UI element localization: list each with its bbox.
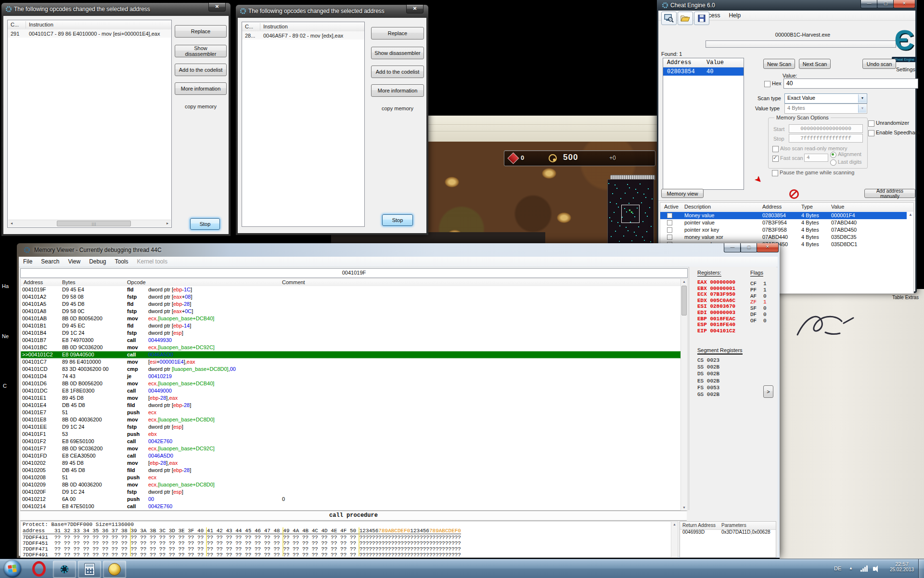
col-opcode[interactable]: Opcode [127,279,146,285]
copy-memory-label[interactable]: copy memory [371,105,424,111]
close-button[interactable]: ✕ [757,243,779,252]
scroll-right-icon[interactable]: ▸ [164,220,171,227]
active-checkbox[interactable] [667,235,672,240]
stack-row[interactable]: 0046993D0x3D7DA11D,0x00628 [680,529,776,536]
disasm-row[interactable]: 004101B7E8 74970300call00449930 [21,337,681,344]
desktop-icon-label[interactable]: C [3,383,7,389]
more-information-button[interactable]: More information [175,82,227,95]
disasm-row[interactable]: 0041020FD9 1C 24fstpdword ptr [esp] [21,488,681,496]
col-count[interactable]: C... [11,22,19,27]
col-description[interactable]: Description [684,204,711,210]
language-indicator[interactable]: DE [834,565,841,571]
active-checkbox[interactable] [667,227,672,233]
unrandomizer-checkbox[interactable] [868,120,874,127]
disasm-row[interactable]: 004101D474 43je00410219 [21,373,681,380]
vertical-scrollbar[interactable]: ▲ ▼ [680,278,688,511]
minimize-button[interactable]: — [724,243,741,252]
fast-scan-checkbox[interactable] [772,156,779,162]
mv-menu-search[interactable]: Search [37,257,64,268]
disasm-row[interactable]: 00410205DB 45 D8filddword ptr [ebp-28] [21,467,681,474]
more-information-button[interactable]: More information [371,84,424,97]
col-type[interactable]: Type [801,204,813,210]
disasm-row[interactable]: 004101E751pushecx [21,409,681,416]
opcode-row[interactable]: 291 004101C7 - 89 86 E4010000 - mov [esi… [8,29,171,38]
save-table-button[interactable] [694,12,709,25]
disasm-row[interactable]: 004101F2E8 69E50100call0042E760 [21,438,681,445]
desktop-icon-label[interactable]: Ha [2,283,9,289]
show-desktop-button[interactable] [918,559,924,578]
network-icon[interactable] [860,565,868,572]
hidden-icons-button[interactable]: ▲ [849,566,853,570]
close-button[interactable]: ✕ [208,3,226,12]
close-button[interactable]: ✕ [893,0,915,8]
taskbar-opera-button[interactable] [28,561,50,577]
game-minimap[interactable] [607,179,654,246]
disasm-row[interactable]: 0041019FD9 45 E4flddword ptr [ebp-1C] [21,286,681,293]
disasm-row[interactable]: 0041020289 45 D8mov[ebp-28],eax [21,460,681,467]
disasm-row[interactable]: 004101DCE8 1F8E0300call00449000 [21,387,681,394]
hex-dump-panel[interactable]: Protect: Base=7DDFF000 Size=1136000 addr… [20,521,672,558]
horizontal-scrollbar[interactable]: ◂ ||| ▸ [8,220,171,227]
copy-memory-label[interactable]: copy memory [175,104,227,109]
speedhack-checkbox[interactable] [868,130,874,136]
col-instruction[interactable]: Instruction [29,22,53,27]
dropdown-arrow-icon[interactable]: ▼ [858,94,866,103]
scroll-up-icon[interactable]: ▲ [671,522,678,527]
disasm-row[interactable]: 004101F78B 0D 9C036200movecx,[luaopen_ba… [21,445,681,452]
disasm-row[interactable]: 004101A8D9 58 0Cfstpdword ptr [eax+0C] [21,308,681,315]
disasm-row[interactable]: 0041020851pushecx [21,474,681,481]
scan-type-select[interactable]: Exact Value ▼ [784,93,867,104]
mv-menu-tools[interactable]: Tools [111,257,133,268]
show-disassembler-button[interactable]: Show disassembler [371,47,424,59]
disasm-row[interactable]: 004101B4D9 1C 24fstpdword ptr [esp] [21,329,681,337]
address-bar[interactable]: 0041019F [20,268,688,278]
replace-button[interactable]: Replace [175,25,227,38]
close-button[interactable]: ✕ [406,5,424,13]
dropdown-arrow-icon[interactable]: ▼ [858,105,866,113]
add-address-manually-button[interactable]: Add address manually [864,189,915,198]
col-active[interactable]: Active [664,204,679,210]
stop-button[interactable]: Stop [190,218,220,230]
readonly-memory-checkbox[interactable] [772,146,779,152]
scroll-left-icon[interactable]: ◂ [8,220,15,227]
maximize-button[interactable]: ▢ [877,0,894,8]
start-button[interactable] [4,560,21,578]
scan-stop-input[interactable]: 7fffffffffffffff [789,134,863,143]
opcode-list[interactable]: C... Instruction 28... 0046A5F7 - 89 02 … [242,22,365,227]
show-disassembler-button[interactable]: Show disassembler [175,45,227,57]
scroll-up-icon[interactable]: ▲ [681,279,687,285]
value-type-select[interactable]: 4 Bytes ▼ [784,104,867,114]
replace-button[interactable]: Replace [371,27,424,39]
desktop-icon-label[interactable]: Ne [2,333,9,339]
stop-button[interactable]: Stop [382,214,413,226]
col-bytes[interactable]: Bytes [62,279,76,285]
opcode-list[interactable]: C... Instruction 291 004101C7 - 89 86 E4… [7,20,172,228]
cheat-table-row[interactable]: pointer value07B3F9544 Bytes07ABD440 [660,219,907,226]
active-checkbox[interactable] [667,220,672,225]
col-value[interactable]: Value [831,204,844,210]
volume-icon[interactable] [873,565,881,572]
next-scan-button[interactable]: Next Scan [799,59,831,69]
disassembler-listing[interactable]: 0041019FD9 45 E4flddword ptr [ebp-1C]004… [20,286,681,511]
disasm-row[interactable]: 004101BC8B 0D 9C036200movecx,[luaopen_ba… [21,344,681,351]
mv-menu-file[interactable]: File [19,257,37,268]
disasm-row[interactable]: 004102098B 0D 40036200movecx,[luaopen_ba… [21,481,681,488]
scroll-up-icon[interactable]: ▲ [909,212,912,217]
hex-scrollbar[interactable]: ▲ [671,521,678,558]
taskbar-game-button[interactable] [103,561,126,578]
taskbar-cheat-engine-button[interactable] [53,561,76,578]
disasm-row[interactable]: 004101A2D9 58 08fstpdword ptr [eax+08] [21,293,681,301]
disasm-row[interactable]: 004101C789 86 E4010000mov[esi+000001E4],… [21,358,681,366]
disasm-row[interactable]: 004102126A 00push000 [21,496,681,503]
mv-menu-kernel-tools[interactable]: Kernel tools [133,257,172,268]
scrollbar-thumb[interactable]: ||| [57,221,131,226]
disasm-row[interactable]: 004101AB8B 0D B0056200movecx,[luaopen_ba… [21,315,681,322]
cheat-table-row[interactable]: money value xor07ABD4404 Bytes035D8C35 [660,234,907,241]
found-addresses-list[interactable]: Address Value 02803854 40 [663,58,744,190]
disasm-row[interactable]: 004101E4DB 45 D8filddword ptr [ebp-28] [21,402,681,409]
col-address[interactable]: Address [24,279,43,285]
disasm-row[interactable]: 00410214E8 47E50100call0042E760 [21,503,681,510]
disasm-row[interactable]: 004101A5D9 45 D8flddword ptr [ebp-28] [21,301,681,308]
table-extras-link[interactable]: Table Extras [892,295,919,300]
scan-value-input[interactable]: 40 [783,79,918,89]
